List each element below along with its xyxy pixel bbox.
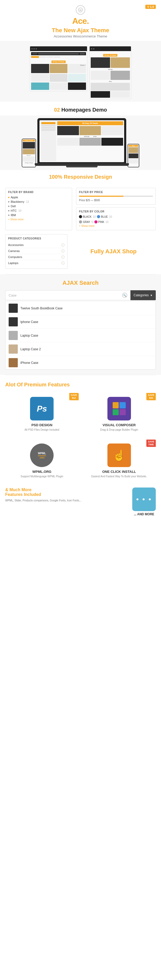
color-count: 10: [109, 215, 112, 218]
brand-name: HTC: [11, 209, 17, 212]
more-features-prefix: &: [5, 487, 9, 492]
search-result-item[interactable]: iPhone Case: [5, 356, 156, 369]
brand-item-htc[interactable]: HTC 10: [8, 209, 69, 212]
ps-icon: Ps: [37, 404, 47, 414]
more-features-highlight: Much More: [9, 487, 32, 492]
color-count: 10: [106, 221, 109, 223]
cat-name: Cameras: [8, 250, 20, 253]
vc-name: VISUAL COMPOSER: [85, 423, 153, 427]
homepages-number: 02: [54, 107, 60, 113]
save-badge-click: SAVETIME: [146, 439, 156, 447]
save-badge-psd: SAVE$12: [69, 393, 79, 400]
price-slider[interactable]: [79, 196, 153, 197]
search-result-item[interactable]: Twelve South BookBook Case: [5, 302, 156, 315]
search-result-thumb: [9, 331, 18, 340]
cube-icon: [113, 402, 126, 415]
swatch-dot-blue: [97, 215, 100, 218]
tagline-main: The New Ajax Theme: [3, 27, 158, 34]
mockup-right: 06 Day Of Deals AirPods iPad: [89, 46, 131, 99]
cat-name: Accessories: [8, 243, 24, 247]
cat-item-computers[interactable]: Computers ›: [8, 254, 65, 260]
mockup-section: 06 Day Of Deals iPhone 7: [0, 41, 161, 102]
premium-section: Alot Of Premium Features SAVE$12 Ps PSD …: [0, 375, 161, 521]
search-result-name: Laptop Case 2: [21, 347, 41, 351]
brand-filter-box: FILTER BY BRAND Apple Blackberry 12 Dell…: [5, 188, 72, 230]
brand-bullet: [8, 215, 9, 216]
tagline-highlight: Ajax: [77, 27, 89, 33]
color-label: BLUE: [101, 215, 108, 218]
homepages-label: 02 Homepages Demo: [0, 102, 161, 116]
product-categories-box: PRODUCT CATEGORIES Accessories › Cameras…: [5, 234, 68, 269]
logo-text: Ace.: [3, 16, 158, 26]
laptop-deal-banner: 06 Day Of Deals: [57, 121, 123, 125]
cube-face: [113, 402, 119, 409]
price-filter-box: FILTER BY PRICE Price $25 — $500: [76, 188, 156, 205]
svg-text:W: W: [79, 9, 82, 11]
brand-filter-title: FILTER BY BRAND: [8, 191, 69, 194]
feature-visual-composer: SAVE$34 VISUAL COMPOSER Drag & Drop page…: [83, 393, 156, 436]
swatch-dot-black: [79, 215, 82, 218]
ajax-search-title: AJAX Search: [5, 280, 156, 286]
feature-psd: SAVE$12 Ps PSD DESIGN All PSD Files Desi…: [5, 393, 79, 436]
search-result-thumb: [9, 304, 18, 313]
ajax-shop-title: Fully AJAX Shop: [90, 245, 136, 258]
homepages-text: Homepages Demo: [62, 107, 107, 113]
search-result-item[interactable]: Iphone Case: [5, 315, 156, 329]
color-filter-box: FILTER BY COLOR BLACK 10 BLUE 10: [76, 207, 156, 230]
color-swatch-gray[interactable]: GRAY 5: [79, 220, 93, 223]
cube-face: [120, 409, 126, 415]
cat-item-laptops[interactable]: Laptops ›: [8, 260, 65, 266]
ajax-shop-suffix: Shop: [120, 248, 136, 255]
color-swatch-black[interactable]: BLACK 10: [79, 215, 96, 218]
brand-item-blackberry[interactable]: Blackberry 12: [8, 200, 69, 203]
brand-bullet: [8, 210, 9, 212]
mockup-left: 06 Day Of Deals iPhone 7: [30, 46, 87, 91]
brand-item-dell[interactable]: Dell: [8, 205, 69, 208]
search-icon[interactable]: 🔍: [122, 293, 127, 298]
brand-name: Blackberry: [11, 200, 24, 203]
brand-bullet: [8, 206, 9, 207]
brand-name: Apple: [11, 196, 18, 199]
brand-bullet: [8, 201, 9, 202]
more-features-suffix: Features Included: [5, 492, 41, 497]
brand-item-apple[interactable]: Apple: [8, 196, 69, 199]
color-show-more[interactable]: + Show more: [79, 224, 153, 228]
search-categories-btn[interactable]: Categories ▼: [130, 290, 156, 300]
logo-icon: W: [76, 5, 85, 15]
brand-show-more[interactable]: + Show more: [8, 218, 69, 221]
vc-icon-box: [107, 397, 131, 420]
brand-name: IBM: [11, 213, 16, 216]
ajax-shop-highlight: AJAX: [105, 248, 121, 255]
psd-desc: All PSD Files Design Included: [8, 428, 76, 432]
search-input-value: Case: [9, 293, 122, 298]
ajax-search-text: Search: [78, 280, 99, 286]
search-result-item[interactable]: Laptop Case 2: [5, 342, 156, 356]
search-result-item[interactable]: Laptop Case: [5, 329, 156, 342]
color-swatch-pink[interactable]: PINK 10: [94, 220, 109, 223]
save-badge-vc: SAVE$34: [146, 393, 156, 400]
search-result-name: Twelve South BookBook Case: [21, 307, 63, 310]
more-features-title: & Much More Features Included: [5, 487, 128, 497]
ajax-search-highlight: AJAX: [63, 280, 78, 286]
click-icon-box: ☝: [107, 444, 131, 467]
click-icon: ☝: [113, 449, 126, 461]
price-range-text: Price $25 — $500: [79, 199, 153, 202]
color-swatch-blue[interactable]: BLUE 10: [97, 215, 112, 218]
tagline-suffix: Theme: [89, 27, 109, 33]
ajax-search-section: AJAX Search Case 🔍 Categories ▼ Twelve S…: [0, 274, 161, 375]
laptop-section: 06 Days of Deals iPhone 7 06 Days of Dea…: [0, 116, 161, 170]
categories-btn-label: Categories: [134, 293, 149, 297]
ajax-filters-row: FILTER BY BRAND Apple Blackberry 12 Dell…: [5, 188, 156, 230]
psd-icon-box: Ps: [30, 397, 54, 420]
cat-item-accessories[interactable]: Accessories ›: [8, 242, 65, 248]
laptop-mockup: 06 Day Of Deals AirPods iPad: [37, 118, 126, 163]
feature-wpml: WPML .ORG WPML.ORG Support Multilanguage…: [5, 439, 79, 482]
color-count: 5: [92, 221, 93, 223]
brand-item-ibm[interactable]: IBM: [8, 213, 69, 216]
laptop-base: [35, 163, 129, 166]
ajax-shop-section: FILTER BY BRAND Apple Blackberry 12 Dell…: [0, 183, 161, 274]
search-result-name: Laptop Case: [21, 334, 38, 337]
cat-arrow: ›: [62, 250, 65, 253]
wpml-icon-box: WPML .ORG: [30, 444, 54, 467]
cat-item-cameras[interactable]: Cameras ›: [8, 248, 65, 254]
